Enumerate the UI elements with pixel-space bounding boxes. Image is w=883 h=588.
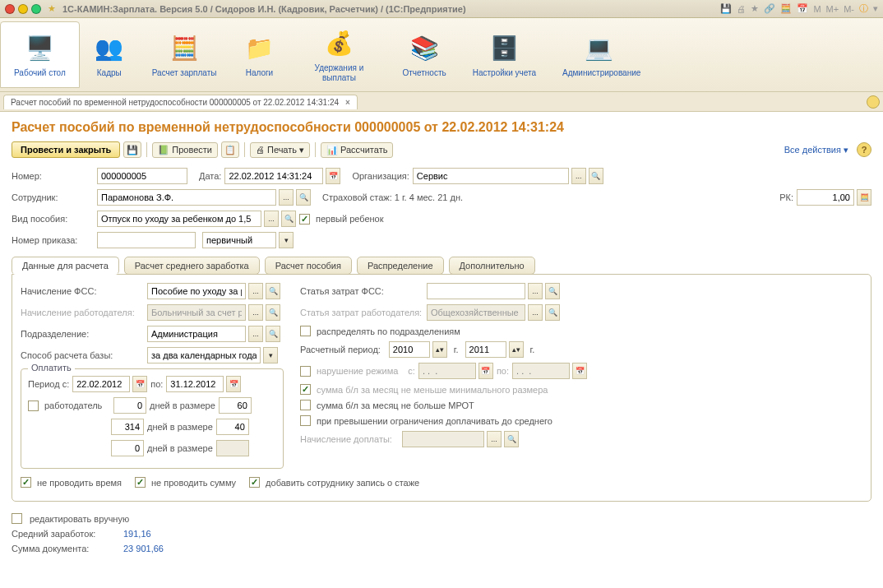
- size-label: дней в размере: [147, 443, 213, 453]
- select-icon[interactable]: ...: [248, 283, 263, 299]
- spinner-icon[interactable]: ▴▾: [509, 341, 524, 358]
- calendar-icon[interactable]: 📅: [132, 376, 147, 392]
- first-child-checkbox[interactable]: [299, 214, 310, 225]
- fss-art-field[interactable]: [427, 283, 525, 299]
- print-button[interactable]: 🖨Печать▾: [250, 142, 310, 158]
- tab-data[interactable]: Данные для расчета: [12, 257, 119, 275]
- calendar-icon[interactable]: 📅: [326, 168, 340, 184]
- tab-avg[interactable]: Расчет среднего заработка: [124, 257, 260, 275]
- edit-manual-checkbox[interactable]: [12, 513, 22, 524]
- all-actions-link[interactable]: Все действия ▾: [784, 145, 848, 155]
- no-sum-checkbox[interactable]: [135, 477, 146, 488]
- calc-icon[interactable]: 🧮: [857, 189, 871, 206]
- year2-field[interactable]: [465, 341, 506, 358]
- order-type-field[interactable]: [202, 232, 276, 248]
- post-button[interactable]: 📗Провести: [152, 142, 218, 158]
- search-icon[interactable]: 🔍: [296, 189, 311, 206]
- link-icon[interactable]: 🔗: [764, 3, 775, 14]
- minimize-icon[interactable]: [18, 4, 28, 14]
- post-and-close-button[interactable]: Провести и закрыть: [12, 141, 120, 158]
- tb-desktop[interactable]: 🖥️Рабочий стол: [0, 21, 80, 88]
- violation-checkbox[interactable]: [300, 366, 311, 377]
- rk-field[interactable]: [797, 189, 854, 206]
- size0-field[interactable]: [219, 397, 252, 414]
- days2-field[interactable]: [111, 440, 144, 456]
- dropdown-icon[interactable]: ▾: [279, 232, 294, 248]
- size1-field[interactable]: [216, 419, 249, 435]
- print-icon[interactable]: 🖨: [737, 4, 746, 14]
- size2-field: [216, 440, 249, 456]
- search-icon[interactable]: 🔍: [266, 283, 280, 299]
- select-icon[interactable]: ...: [528, 283, 543, 299]
- dropdown-icon[interactable]: ▾: [263, 347, 278, 363]
- tb-admin[interactable]: 💻Администрирование: [549, 21, 650, 88]
- save-icon[interactable]: 💾: [720, 3, 732, 14]
- m-plus-button[interactable]: M+: [826, 4, 839, 14]
- employer-checkbox[interactable]: [28, 400, 39, 411]
- save-button[interactable]: 💾: [123, 141, 141, 158]
- overflow-checkbox[interactable]: [300, 415, 311, 426]
- select-icon[interactable]: ...: [264, 211, 279, 227]
- tb-settings[interactable]: 🗄️Настройки учета: [460, 21, 549, 88]
- year1-field[interactable]: [389, 341, 430, 358]
- dist-dept-checkbox[interactable]: [300, 326, 311, 336]
- close-icon[interactable]: [5, 4, 15, 14]
- info-icon[interactable]: ⓘ: [859, 2, 868, 15]
- maximize-icon[interactable]: [31, 4, 41, 14]
- employee-field[interactable]: [97, 189, 276, 206]
- days1-field[interactable]: [111, 419, 144, 435]
- help-icon[interactable]: ?: [857, 142, 871, 157]
- fss-field[interactable]: [147, 283, 246, 299]
- expand-button[interactable]: [867, 95, 880, 109]
- search-icon[interactable]: 🔍: [266, 326, 280, 342]
- search-icon[interactable]: 🔍: [545, 283, 560, 299]
- no-time-checkbox[interactable]: [21, 477, 31, 488]
- po-label: по:: [497, 366, 509, 376]
- star-icon[interactable]: ★: [751, 3, 759, 14]
- tab-calc[interactable]: Расчет пособия: [265, 257, 352, 275]
- org-field[interactable]: [413, 168, 569, 184]
- tb-kadry[interactable]: 👥Кадры: [80, 21, 139, 88]
- calculate-button[interactable]: 📊Рассчитать: [321, 142, 393, 158]
- avg-label: Средний заработок:: [12, 529, 118, 539]
- doc-button[interactable]: 📋: [221, 141, 239, 158]
- period-to-field[interactable]: [166, 376, 224, 392]
- tab-extra[interactable]: Дополнительно: [449, 257, 535, 275]
- kind-field[interactable]: [97, 211, 261, 227]
- m-button[interactable]: M: [813, 4, 821, 14]
- dropdown-icon[interactable]: ▾: [873, 3, 878, 14]
- search-icon[interactable]: 🔍: [281, 211, 296, 227]
- mrot-checkbox[interactable]: [300, 400, 311, 410]
- order-field[interactable]: [97, 232, 196, 248]
- select-icon[interactable]: ...: [248, 326, 263, 342]
- base-field[interactable]: [147, 347, 261, 363]
- calendar-icon[interactable]: 📅: [226, 376, 241, 392]
- period-from-field[interactable]: [72, 376, 130, 392]
- select-icon[interactable]: ...: [571, 168, 586, 184]
- tb-taxes[interactable]: 📁Налоги: [229, 21, 289, 88]
- search-icon[interactable]: 🔍: [589, 168, 603, 184]
- tb-deductions[interactable]: 💰Удержания и выплаты: [289, 21, 389, 88]
- spinner-icon[interactable]: ▴▾: [432, 341, 447, 358]
- calendar-icon[interactable]: 📅: [797, 3, 808, 14]
- number-field[interactable]: [97, 168, 187, 184]
- dept-field[interactable]: [147, 326, 246, 342]
- calc-icon[interactable]: 🧮: [780, 3, 792, 14]
- tb-reports[interactable]: 📚Отчетность: [389, 21, 459, 88]
- min-size-checkbox[interactable]: [300, 384, 311, 395]
- doc-tab[interactable]: Расчет пособий по временной нетрудоспосо…: [3, 95, 358, 109]
- close-tab-icon[interactable]: ×: [345, 98, 350, 107]
- tab-dist[interactable]: Распределение: [357, 257, 444, 275]
- dist-dept-label: распределять по подразделениям: [317, 326, 460, 336]
- violation-label: нарушение режима: [317, 366, 398, 376]
- m-minus-button[interactable]: M-: [844, 4, 854, 14]
- select-icon[interactable]: ...: [279, 189, 294, 206]
- date-field[interactable]: [224, 168, 323, 184]
- size-label: дней в размере: [150, 400, 215, 410]
- tb-salary[interactable]: 🧮Расчет зарплаты: [139, 21, 230, 88]
- no-time-label: не проводить время: [37, 478, 122, 488]
- star-icon[interactable]: ★: [48, 3, 56, 14]
- days0-field[interactable]: [113, 397, 146, 414]
- add-stazh-checkbox[interactable]: [249, 477, 260, 488]
- printer-icon: 🖨: [256, 145, 265, 155]
